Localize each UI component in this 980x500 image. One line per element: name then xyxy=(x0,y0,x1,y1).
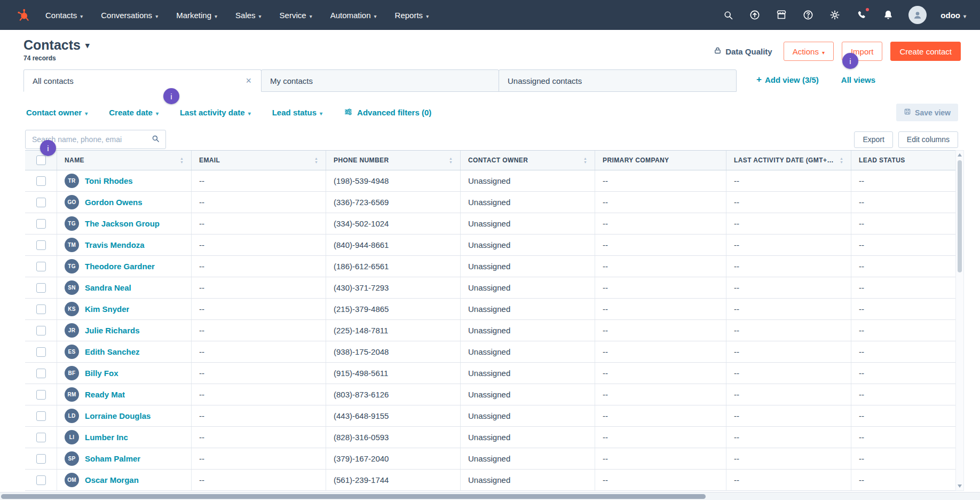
sort-icon[interactable] xyxy=(836,157,843,164)
nav-reports[interactable]: Reports xyxy=(395,11,429,20)
row-checkbox[interactable] xyxy=(36,198,46,207)
row-checkbox[interactable] xyxy=(36,326,46,335)
contact-name-link[interactable]: The Jackson Group xyxy=(85,219,160,228)
vertical-scrollbar-thumb[interactable] xyxy=(958,160,962,272)
column-header-lead-status[interactable]: LEAD STATUS xyxy=(851,151,955,170)
contact-name-link[interactable]: Kim Snyder xyxy=(85,304,129,314)
help-icon[interactable] xyxy=(802,9,815,21)
contact-name-link[interactable]: Lumber Inc xyxy=(85,433,128,442)
add-view-link[interactable]: Add view (3/5) xyxy=(756,74,819,85)
info-marker[interactable]: i xyxy=(163,88,179,104)
search-icon[interactable] xyxy=(151,134,160,145)
phone-cell: (225)-148-7811 xyxy=(326,320,460,341)
contact-name-link[interactable]: Toni Rhodes xyxy=(85,176,133,185)
calling-icon[interactable] xyxy=(855,9,868,21)
contact-name-link[interactable]: Sandra Neal xyxy=(85,283,131,292)
sort-icon[interactable] xyxy=(446,157,453,164)
advanced-filters-link[interactable]: Advanced filters (0) xyxy=(344,107,431,118)
owner-value: Unassigned xyxy=(468,219,510,228)
row-checkbox[interactable] xyxy=(36,369,46,378)
row-checkbox[interactable] xyxy=(36,262,46,271)
row-checkbox[interactable] xyxy=(36,240,46,250)
save-view-button[interactable]: Save view xyxy=(896,104,958,121)
sort-icon[interactable] xyxy=(580,157,587,164)
contact-name-link[interactable]: Travis Mendoza xyxy=(85,240,145,249)
all-views-link[interactable]: All views xyxy=(841,75,875,84)
owner-cell: Unassigned xyxy=(460,235,595,255)
row-checkbox[interactable] xyxy=(36,433,46,442)
tab-all-contacts[interactable]: All contacts xyxy=(23,69,262,92)
contact-name-link[interactable]: Oscar Morgan xyxy=(85,475,139,485)
phone-value: (430)-371-7293 xyxy=(334,283,389,292)
contact-name-link[interactable]: Billy Fox xyxy=(85,369,118,378)
owner-value: Unassigned xyxy=(468,369,510,378)
email-cell: -- xyxy=(191,320,326,341)
vertical-scrollbar[interactable] xyxy=(955,150,964,491)
lead-status-value: -- xyxy=(859,433,864,442)
info-marker[interactable]: i xyxy=(40,140,56,156)
scroll-up-arrow[interactable] xyxy=(958,153,962,157)
column-header-name[interactable]: NAME xyxy=(57,151,191,170)
contact-name-link[interactable]: Julie Richards xyxy=(85,326,140,335)
row-checkbox[interactable] xyxy=(36,283,46,293)
user-avatar[interactable] xyxy=(908,6,927,24)
phone-value: (186)-612-6561 xyxy=(334,262,389,271)
column-header-phone[interactable]: PHONE NUMBER xyxy=(326,151,460,170)
row-checkbox[interactable] xyxy=(36,390,46,400)
tab-unassigned-contacts[interactable]: Unassigned contacts xyxy=(499,69,737,92)
info-marker[interactable]: i xyxy=(842,53,858,69)
row-checkbox[interactable] xyxy=(36,219,46,229)
avatar-initials: OM xyxy=(67,477,76,483)
contact-name-link[interactable]: Soham Palmer xyxy=(85,454,140,463)
settings-icon[interactable] xyxy=(828,9,841,21)
row-checkbox[interactable] xyxy=(36,475,46,485)
edit-columns-button[interactable]: Edit columns xyxy=(898,131,958,148)
actions-button[interactable]: Actions xyxy=(784,42,834,61)
arrow-up-circle-icon[interactable] xyxy=(748,9,761,21)
column-header-primary-company[interactable]: PRIMARY COMPANY xyxy=(595,151,726,170)
search-icon[interactable] xyxy=(722,9,734,21)
lead-status-cell: -- xyxy=(851,384,955,405)
row-checkbox[interactable] xyxy=(36,347,46,357)
filter-lead-status[interactable]: Lead status xyxy=(272,108,322,117)
nav-automation[interactable]: Automation xyxy=(330,11,377,20)
contact-name-link[interactable]: Lorraine Douglas xyxy=(85,411,151,420)
nav-marketing[interactable]: Marketing xyxy=(176,11,217,20)
row-checkbox[interactable] xyxy=(36,454,46,464)
export-button[interactable]: Export xyxy=(854,131,892,148)
row-checkbox[interactable] xyxy=(36,176,46,186)
column-header-contact-owner[interactable]: CONTACT OWNER xyxy=(460,151,595,170)
row-checkbox[interactable] xyxy=(36,304,46,314)
scroll-down-arrow[interactable] xyxy=(958,485,962,488)
horizontal-scrollbar[interactable] xyxy=(0,492,980,500)
last-activity-cell: -- xyxy=(726,256,851,277)
marketplace-icon[interactable] xyxy=(775,9,788,21)
select-all-checkbox[interactable] xyxy=(36,155,46,165)
filter-create-date[interactable]: Create date xyxy=(109,108,159,117)
notifications-icon[interactable] xyxy=(882,9,895,21)
data-quality-label: Data Quality xyxy=(725,47,772,56)
page-title[interactable]: Contacts xyxy=(23,37,90,53)
close-tab-icon[interactable] xyxy=(244,76,252,85)
column-header-email[interactable]: EMAIL xyxy=(191,151,326,170)
create-contact-button[interactable]: Create contact xyxy=(890,42,961,61)
hubspot-logo-icon[interactable] xyxy=(16,8,30,22)
sort-icon[interactable] xyxy=(311,157,318,164)
data-quality-link[interactable]: Data Quality xyxy=(714,46,772,56)
nav-conversations[interactable]: Conversations xyxy=(101,11,158,20)
filter-last-activity-date[interactable]: Last activity date xyxy=(180,108,251,117)
tab-my-contacts[interactable]: My contacts xyxy=(261,69,499,92)
nav-contacts[interactable]: Contacts xyxy=(45,11,83,20)
nav-service[interactable]: Service xyxy=(280,11,312,20)
contact-name-link[interactable]: Theodore Gardner xyxy=(85,262,155,271)
column-header-last-activity-date[interactable]: LAST ACTIVITY DATE (GMT+5:3... xyxy=(726,151,851,170)
account-menu[interactable]: odoo xyxy=(941,11,966,20)
nav-sales[interactable]: Sales xyxy=(235,11,262,20)
horizontal-scrollbar-thumb[interactable] xyxy=(1,494,706,499)
sort-icon[interactable] xyxy=(177,157,184,164)
row-checkbox[interactable] xyxy=(36,411,46,421)
contact-name-link[interactable]: Gordon Owens xyxy=(85,198,143,207)
contact-name-link[interactable]: Ready Mat xyxy=(85,390,125,399)
filter-contact-owner[interactable]: Contact owner xyxy=(26,108,88,117)
contact-name-link[interactable]: Edith Sanchez xyxy=(85,347,140,356)
